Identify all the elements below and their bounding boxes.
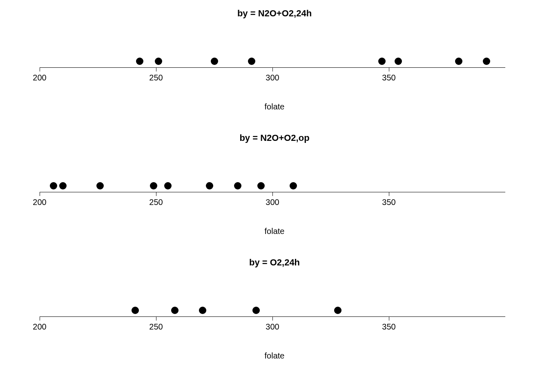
data-point [96, 182, 104, 189]
panel-title: by = O2,24h [0, 257, 549, 268]
plot-area: 200250300350 [40, 31, 505, 88]
data-point [334, 307, 341, 314]
x-tick-label: 200 [33, 198, 46, 207]
x-axis-label: folate [0, 351, 549, 361]
strip-panel-0: by = N2O+O2,24h 200250300350 folate [0, 8, 549, 127]
data-point [50, 182, 57, 189]
data-point [171, 307, 179, 314]
x-tick [156, 192, 156, 196]
x-tick [272, 67, 273, 71]
page: by = N2O+O2,24h 200250300350 folate by =… [0, 0, 549, 392]
data-point [206, 182, 213, 189]
data-point [455, 58, 462, 65]
x-tick [389, 67, 389, 71]
x-tick [272, 192, 273, 196]
x-axis-label: folate [0, 102, 549, 111]
x-tick [40, 192, 40, 196]
x-tick-label: 300 [266, 73, 279, 82]
x-tick [156, 316, 156, 321]
x-axis-label: folate [0, 227, 549, 236]
x-tick-label: 250 [149, 322, 163, 332]
x-tick-label: 200 [33, 322, 46, 332]
x-tick [389, 316, 389, 321]
x-tick [272, 316, 273, 321]
data-point [395, 58, 402, 65]
data-point [155, 58, 162, 65]
plot-area: 200250300350 [40, 155, 505, 212]
data-point [59, 182, 67, 189]
x-tick-label: 250 [149, 198, 163, 207]
data-point [248, 58, 255, 65]
x-tick [389, 192, 389, 196]
data-point [234, 182, 241, 189]
data-point [199, 307, 206, 314]
x-tick [40, 316, 40, 321]
x-tick [40, 67, 40, 71]
data-point [378, 58, 386, 65]
x-tick-label: 350 [382, 322, 395, 332]
data-point [257, 182, 265, 189]
x-tick-label: 250 [149, 73, 163, 82]
x-tick-label: 350 [382, 198, 395, 207]
panel-title: by = N2O+O2,24h [0, 8, 549, 19]
data-point [132, 307, 139, 314]
strip-panel-1: by = N2O+O2,op 200250300350 folate [0, 133, 549, 251]
data-point [290, 182, 297, 189]
x-tick-label: 200 [33, 73, 46, 82]
data-point [164, 182, 172, 189]
x-tick-label: 350 [382, 73, 395, 82]
data-point [150, 182, 157, 189]
x-tick-label: 300 [266, 198, 279, 207]
strip-panel-2: by = O2,24h 200250300350 folate [0, 257, 549, 376]
data-point [136, 58, 143, 65]
data-point [211, 58, 218, 65]
data-point [252, 307, 260, 314]
panel-title: by = N2O+O2,op [0, 133, 549, 143]
x-tick-label: 300 [266, 322, 279, 332]
plot-area: 200250300350 [40, 280, 505, 337]
x-tick [156, 67, 156, 71]
data-point [483, 58, 490, 65]
